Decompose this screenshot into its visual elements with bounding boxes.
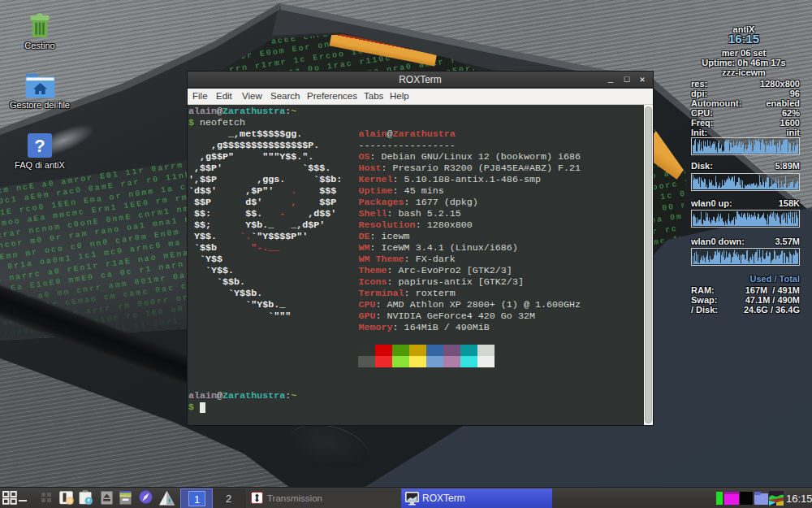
svg-text:?: ? xyxy=(34,136,45,156)
